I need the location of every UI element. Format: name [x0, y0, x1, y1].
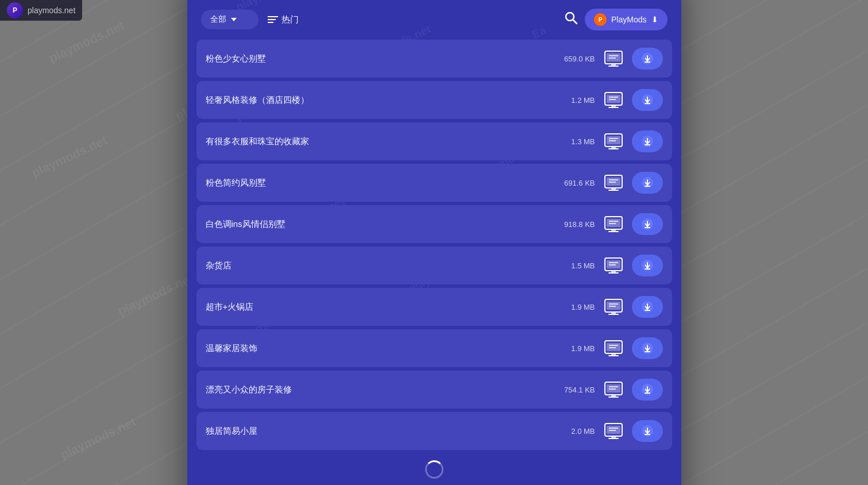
- mod-download-button[interactable]: [632, 89, 663, 111]
- mod-preview-button[interactable]: [602, 90, 625, 110]
- mod-preview-button[interactable]: [602, 255, 625, 276]
- mod-size: 1.2 MB: [549, 96, 595, 105]
- mod-item: 粉色少女心别墅 659.0 KB: [196, 40, 672, 78]
- mod-item: 粉色简约风别墅 691.6 KB: [196, 164, 672, 202]
- mod-item: 超市+火锅店 1.9 MB: [196, 288, 672, 326]
- mod-size: 1.9 MB: [549, 303, 595, 311]
- filter-hot-button[interactable]: 热门: [268, 14, 299, 25]
- playmods-button[interactable]: P PlayMods ⬇: [585, 9, 667, 30]
- mod-size: 754.1 KB: [549, 386, 595, 394]
- toolbar: 全部 热门: [187, 9, 681, 40]
- mod-name: 粉色简约风别墅: [206, 178, 542, 188]
- watermark: playmods.net: [58, 414, 138, 462]
- mod-item: 有很多衣服和珠宝的收藏家 1.3 MB: [196, 122, 672, 160]
- svg-rect-5: [607, 53, 620, 61]
- svg-rect-32: [607, 178, 620, 186]
- dropdown-arrow-icon: [231, 18, 237, 21]
- svg-text:P: P: [599, 17, 603, 23]
- search-button[interactable]: [564, 11, 578, 28]
- mod-download-button[interactable]: [632, 130, 663, 152]
- preview-icon: [604, 92, 623, 108]
- watermark: playmods.net: [115, 271, 196, 318]
- mod-preview-button[interactable]: [602, 131, 625, 152]
- modal-header: 米加小镇:世界 模组管理 ×: [187, 0, 681, 9]
- mod-size: 2.0 MB: [549, 427, 595, 436]
- svg-rect-41: [607, 219, 620, 227]
- mod-preview-button[interactable]: [602, 48, 625, 69]
- playmods-icon: P: [594, 13, 607, 26]
- mod-name: 有很多衣服和珠宝的收藏家: [206, 136, 542, 147]
- mod-item: 漂亮又小众的房子装修 754.1 KB: [196, 371, 672, 409]
- main-modal: playmods.net playmods.net playmods.net p…: [187, 0, 681, 485]
- toolbar-right: P PlayMods ⬇: [564, 9, 667, 30]
- filter-dropdown[interactable]: 全部: [201, 10, 259, 29]
- mod-size: 691.6 KB: [549, 179, 595, 187]
- mod-size: 1.9 MB: [549, 344, 595, 353]
- svg-rect-59: [607, 302, 620, 310]
- preview-icon: [604, 257, 623, 274]
- svg-rect-50: [607, 260, 620, 268]
- svg-rect-23: [607, 136, 620, 144]
- mod-size: 1.3 MB: [549, 137, 595, 146]
- preview-icon: [604, 382, 623, 398]
- download-icon: ⬇: [651, 15, 658, 24]
- watermark: playmods.net: [29, 133, 110, 180]
- mod-name: 漂亮又小众的房子装修: [206, 384, 542, 395]
- mod-name: 轻奢风格装修（酒店四楼）: [206, 95, 542, 106]
- preview-icon: [604, 299, 623, 315]
- svg-line-1: [573, 20, 577, 24]
- mod-download-button[interactable]: [632, 255, 663, 276]
- preview-icon: [604, 423, 623, 439]
- mod-list: 粉色少女心别墅 659.0 KB: [187, 40, 681, 450]
- mod-preview-button[interactable]: [602, 172, 625, 193]
- preview-icon: [604, 216, 623, 232]
- preview-icon: [604, 175, 623, 191]
- loading-spinner: [425, 460, 443, 479]
- mod-name: 杂货店: [206, 260, 542, 271]
- watermark: playmods.net: [47, 18, 127, 66]
- browser-icon: P: [7, 2, 23, 18]
- filter-icon: [268, 16, 278, 23]
- mod-preview-button[interactable]: [602, 214, 625, 234]
- mod-preview-button[interactable]: [602, 379, 625, 400]
- mod-item: 温馨家居装饰 1.9 MB: [196, 329, 672, 367]
- mod-name: 温馨家居装饰: [206, 343, 542, 354]
- preview-icon: [604, 340, 623, 356]
- mod-preview-button[interactable]: [602, 421, 625, 441]
- mod-download-button[interactable]: [632, 337, 663, 359]
- browser-title: playmods.net: [28, 6, 75, 15]
- mod-download-button[interactable]: [632, 213, 663, 235]
- mod-name: 独居简易小屋: [206, 426, 542, 437]
- mod-name: 超市+火锅店: [206, 302, 542, 313]
- mod-preview-button[interactable]: [602, 338, 625, 359]
- mod-name: 白色调ins风情侣别墅: [206, 219, 542, 230]
- preview-icon: [604, 133, 623, 149]
- mod-item: 独居简易小屋 2.0 MB: [196, 412, 672, 450]
- svg-rect-14: [607, 95, 620, 103]
- mod-size: 659.0 KB: [549, 55, 595, 63]
- mod-item: 杂货店 1.5 MB: [196, 247, 672, 284]
- svg-rect-86: [607, 426, 620, 434]
- svg-rect-68: [607, 343, 620, 351]
- modal-footer: [187, 453, 681, 485]
- mod-download-button[interactable]: [632, 296, 663, 318]
- mod-size: 1.5 MB: [549, 261, 595, 270]
- preview-icon: [604, 51, 623, 67]
- svg-rect-77: [607, 384, 620, 392]
- mod-item: 轻奢风格装修（酒店四楼） 1.2 MB: [196, 81, 672, 119]
- mod-preview-button[interactable]: [602, 297, 625, 317]
- mod-download-button[interactable]: [632, 172, 663, 194]
- mod-item: 白色调ins风情侣别墅 918.8 KB: [196, 205, 672, 243]
- mod-name: 粉色少女心别墅: [206, 53, 542, 64]
- browser-bar: P playmods.net: [0, 0, 82, 21]
- mod-size: 918.8 KB: [549, 220, 595, 229]
- mod-download-button[interactable]: [632, 48, 663, 70]
- mod-download-button[interactable]: [632, 420, 663, 442]
- mod-download-button[interactable]: [632, 379, 663, 401]
